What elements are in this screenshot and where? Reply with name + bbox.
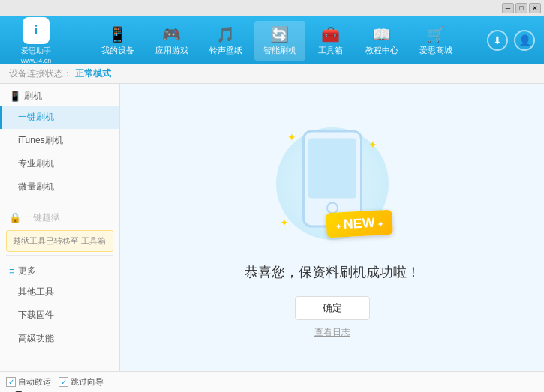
nav-toolbox-label: 工具箱 [318,45,343,56]
sidebar-item-one-click-flash[interactable]: 一键刷机 [0,106,119,129]
success-illustration: ✦ ✦ ✦ NEW [265,116,400,251]
other-tools-label: 其他工具 [18,286,54,297]
nav-toolbox[interactable]: 🧰 工具箱 [308,21,353,61]
sidebar-item-other-tools[interactable]: 其他工具 [0,280,119,304]
tutorial-icon: 📖 [372,25,391,43]
nav-ringtone-label: 铃声壁纸 [209,45,242,56]
flash-section-label: 刷机 [24,90,42,103]
header: i 爱思助手www.i4.cn 📱 我的设备 🎮 应用游戏 🎵 铃声壁纸 🔄 智… [0,16,544,64]
advanced-label: 高级功能 [18,333,54,343]
sidebar-item-pro-flash[interactable]: 专业刷机 [0,152,119,175]
logo-icon: i [23,17,50,44]
divider-2 [6,255,113,256]
jailbreak-notice: 越狱工具已转移至 工具箱 [6,230,113,252]
status-bar: 设备连接状态： 正常模式 [0,64,544,84]
nav-bar: 📱 我的设备 🎮 应用游戏 🎵 铃声壁纸 🔄 智能刷机 🧰 工具箱 📖 教程中心… [66,21,487,61]
sidebar-jailbreak-header: 🔒 一键越狱 [0,205,119,227]
more-section-label: 更多 [18,265,36,277]
sparkle-1: ✦ [287,131,296,143]
jailbreak-section-icon: 🔒 [9,212,21,223]
status-label: 设备连接状态： [9,67,72,80]
window-controls[interactable]: ─ □ ✕ [502,3,541,13]
skip-wizard-label: 跳过向导 [71,376,104,388]
close-btn[interactable]: ✕ [529,3,541,13]
shop-icon: 🛒 [426,25,445,43]
flash-section-icon: 📱 [9,91,21,102]
logo-text: 爱思助手www.i4.cn [21,46,52,64]
maximize-btn[interactable]: □ [515,3,527,13]
auto-jump-check-box[interactable]: ✓ [6,377,16,387]
status-value: 正常模式 [75,67,111,80]
sparkle-3: ✦ [280,217,289,229]
success-title: 恭喜您，保资料刷机成功啦！ [245,263,420,281]
itunes-flash-label: iTunes刷机 [18,135,63,145]
smart-flash-icon: 🔄 [270,25,289,43]
auto-jump-label: 自动敢运 [18,376,51,388]
download-firmware-label: 下载固件 [18,310,54,320]
title-bar: ─ □ ✕ [0,0,544,16]
download-btn[interactable]: ⬇ [487,30,508,51]
content-area: ✦ ✦ ✦ NEW 恭喜您，保资料刷机成功啦！ 确定 查看日志 [120,84,544,371]
data-flash-label: 微量刷机 [18,181,54,192]
main-layout: 📱 刷机 一键刷机 iTunes刷机 专业刷机 微量刷机 🔒 一键越狱 越狱工具… [0,84,544,371]
pro-flash-label: 专业刷机 [18,158,54,169]
bottom-panel: ✓ 自动敢运 ✓ 跳过向导 📱 iPhone 12 mini 64GB Down… [0,371,544,392]
sidebar-more-header: ≡ 更多 [0,259,119,280]
auto-jump-checkbox[interactable]: ✓ 自动敢运 [6,376,51,388]
nav-shop-label: 爱思商城 [419,45,452,56]
nav-my-device-label: 我的设备 [101,45,134,56]
nav-shop[interactable]: 🛒 爱思商城 [410,21,461,61]
sidebar: 📱 刷机 一键刷机 iTunes刷机 专业刷机 微量刷机 🔒 一键越狱 越狱工具… [0,84,120,371]
skip-wizard-check-box[interactable]: ✓ [59,377,68,387]
toolbox-icon: 🧰 [321,25,340,43]
sidebar-item-itunes-flash[interactable]: iTunes刷机 [0,129,119,152]
phone-screen [308,139,356,199]
ringtone-icon: 🎵 [216,25,235,43]
jailbreak-notice-text: 越狱工具已转移至 工具箱 [13,236,106,245]
nav-tutorial[interactable]: 📖 教程中心 [356,21,407,61]
sidebar-flash-header: 📱 刷机 [0,84,119,106]
nav-smart-flash[interactable]: 🔄 智能刷机 [254,21,305,61]
logo[interactable]: i 爱思助手www.i4.cn [6,17,66,64]
sidebar-item-download-firmware[interactable]: 下载固件 [0,304,119,327]
divider-1 [6,202,113,202]
new-badge: NEW [326,210,392,238]
my-device-icon: 📱 [108,25,127,43]
sparkle-2: ✦ [368,139,377,151]
nav-apps-games[interactable]: 🎮 应用游戏 [146,21,197,61]
one-click-flash-label: 一键刷机 [18,112,54,122]
skip-wizard-checkbox[interactable]: ✓ 跳过向导 [59,376,104,388]
apps-games-icon: 🎮 [162,25,181,43]
minimize-btn[interactable]: ─ [502,3,514,13]
view-log-link[interactable]: 查看日志 [314,326,350,339]
checkbox-row: ✓ 自动敢运 ✓ 跳过向导 [6,376,104,388]
nav-tutorial-label: 教程中心 [365,45,398,56]
nav-ringtone[interactable]: 🎵 铃声壁纸 [200,21,251,61]
header-right: ⬇ 👤 [487,30,535,51]
sidebar-item-data-flash[interactable]: 微量刷机 [0,175,119,199]
confirm-button[interactable]: 确定 [295,296,370,320]
jailbreak-section-label: 一键越狱 [24,211,60,224]
user-btn[interactable]: 👤 [514,30,535,51]
nav-my-device[interactable]: 📱 我的设备 [92,21,143,61]
sidebar-item-advanced[interactable]: 高级功能 [0,327,119,350]
confirm-btn-label: 确定 [323,302,342,313]
more-section-icon: ≡ [9,265,15,277]
nav-smart-flash-label: 智能刷机 [263,45,296,56]
nav-apps-games-label: 应用游戏 [155,45,188,56]
